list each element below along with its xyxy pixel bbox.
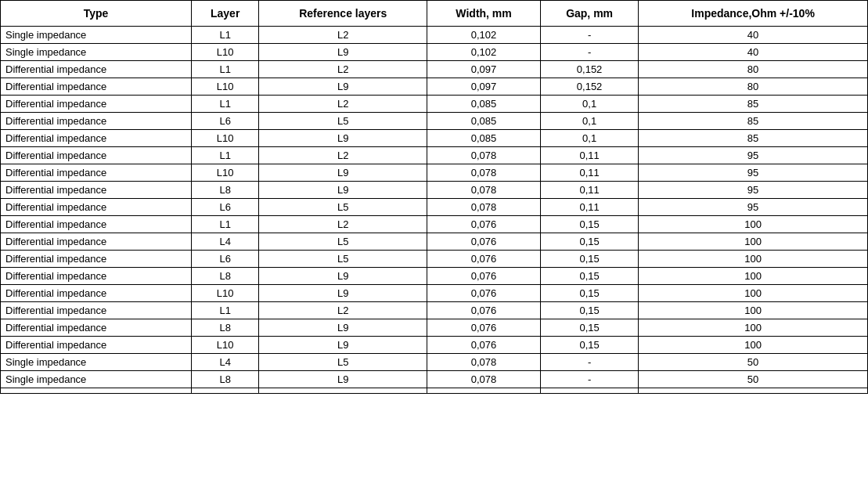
table-row: Differential impedanceL1L20,0850,185 xyxy=(1,96,868,113)
table-cell: L2 xyxy=(259,27,427,44)
table-cell: L5 xyxy=(259,233,427,251)
table-cell: L9 xyxy=(259,44,427,61)
table-cell: 85 xyxy=(639,113,868,130)
table-cell: L2 xyxy=(259,216,427,233)
table-cell: 100 xyxy=(639,233,868,251)
table-cell: L8 xyxy=(191,371,258,388)
table-cell: L9 xyxy=(259,78,427,96)
table-cell: 0,078 xyxy=(427,164,541,182)
table-cell: L5 xyxy=(259,354,427,371)
table-cell: 0,15 xyxy=(541,319,639,337)
table-cell: 0,15 xyxy=(541,251,639,268)
table-cell: L2 xyxy=(259,61,427,78)
table-cell: Differential impedance xyxy=(1,285,192,302)
col-header-type: Type xyxy=(1,1,192,27)
table-row: Differential impedanceL1L20,0760,15100 xyxy=(1,302,868,319)
table-cell: L10 xyxy=(191,44,258,61)
table-row: Single impedanceL8L90,078-50 xyxy=(1,371,868,388)
table-cell: 85 xyxy=(639,96,868,113)
table-cell xyxy=(191,388,258,394)
table-cell: 0,15 xyxy=(541,337,639,354)
table-cell: 100 xyxy=(639,337,868,354)
table-cell: 0,152 xyxy=(541,78,639,96)
table-row: Differential impedanceL8L90,0760,15100 xyxy=(1,319,868,337)
table-row: Differential impedanceL10L90,0780,1195 xyxy=(1,164,868,182)
table-row: Single impedanceL10L90,102-40 xyxy=(1,44,868,61)
table-cell: L8 xyxy=(191,268,258,285)
table-cell: 100 xyxy=(639,319,868,337)
table-cell: 0,076 xyxy=(427,285,541,302)
table-cell: Differential impedance xyxy=(1,130,192,147)
table-cell: Differential impedance xyxy=(1,182,192,199)
table-row: Differential impedanceL4L50,0760,15100 xyxy=(1,233,868,251)
table-cell: L10 xyxy=(191,78,258,96)
col-header-width: Width, mm xyxy=(427,1,541,27)
table-row: Differential impedanceL10L90,0850,185 xyxy=(1,130,868,147)
table-cell: 95 xyxy=(639,164,868,182)
table-cell: L9 xyxy=(259,337,427,354)
table-cell: 80 xyxy=(639,78,868,96)
table-body: Single impedanceL1L20,102-40Single imped… xyxy=(1,27,868,394)
table-cell: 0,097 xyxy=(427,61,541,78)
table-cell: 0,15 xyxy=(541,268,639,285)
table-row: Differential impedanceL6L50,0850,185 xyxy=(1,113,868,130)
table-cell: 0,1 xyxy=(541,113,639,130)
table-cell: L2 xyxy=(259,147,427,164)
table-cell: 100 xyxy=(639,216,868,233)
table-cell: L9 xyxy=(259,285,427,302)
table-cell: L1 xyxy=(191,96,258,113)
table-cell: 0,078 xyxy=(427,199,541,216)
table-row: Differential impedanceL10L90,0970,15280 xyxy=(1,78,868,96)
table-cell: - xyxy=(541,44,639,61)
table-cell: 95 xyxy=(639,147,868,164)
table-cell: 0,15 xyxy=(541,302,639,319)
table-cell: 0,078 xyxy=(427,354,541,371)
table-cell: 80 xyxy=(639,61,868,78)
impedance-table: Type Layer Reference layers Width, mm Ga… xyxy=(0,0,868,394)
table-cell: L4 xyxy=(191,233,258,251)
table-row: Differential impedanceL1L20,0970,15280 xyxy=(1,61,868,78)
table-cell: 0,085 xyxy=(427,130,541,147)
table-cell xyxy=(541,388,639,394)
table-cell: Single impedance xyxy=(1,371,192,388)
table-cell: Differential impedance xyxy=(1,233,192,251)
table-cell: 0,15 xyxy=(541,285,639,302)
table-cell: 0,076 xyxy=(427,216,541,233)
col-header-impedance: Impedance,Ohm +/-10% xyxy=(639,1,868,27)
table-cell: 0,152 xyxy=(541,61,639,78)
col-header-gap: Gap, mm xyxy=(541,1,639,27)
table-cell: Differential impedance xyxy=(1,319,192,337)
table-cell xyxy=(427,388,541,394)
table-cell xyxy=(259,388,427,394)
table-row: Differential impedanceL6L50,0780,1195 xyxy=(1,199,868,216)
table-row: Differential impedanceL6L50,0760,15100 xyxy=(1,251,868,268)
table-cell: L10 xyxy=(191,130,258,147)
table-cell: 40 xyxy=(639,44,868,61)
table-cell: 0,085 xyxy=(427,113,541,130)
table-cell: 0,1 xyxy=(541,96,639,113)
table-cell: 100 xyxy=(639,285,868,302)
table-cell: L10 xyxy=(191,285,258,302)
table-cell: Differential impedance xyxy=(1,61,192,78)
col-header-layer: Layer xyxy=(191,1,258,27)
table-cell xyxy=(639,388,868,394)
table-cell: L6 xyxy=(191,199,258,216)
table-cell: Differential impedance xyxy=(1,216,192,233)
table-row: Differential impedanceL10L90,0760,15100 xyxy=(1,285,868,302)
table-cell: Single impedance xyxy=(1,27,192,44)
table-cell: 95 xyxy=(639,182,868,199)
table-cell: 0,078 xyxy=(427,371,541,388)
main-container: Type Layer Reference layers Width, mm Ga… xyxy=(0,0,868,494)
table-cell: 50 xyxy=(639,354,868,371)
table-cell: 0,076 xyxy=(427,251,541,268)
table-cell: 100 xyxy=(639,268,868,285)
table-row: Single impedanceL4L50,078-50 xyxy=(1,354,868,371)
table-cell: 0,076 xyxy=(427,233,541,251)
table-cell: L5 xyxy=(259,251,427,268)
table-cell: L1 xyxy=(191,147,258,164)
table-cell: 0,076 xyxy=(427,268,541,285)
table-cell: Differential impedance xyxy=(1,96,192,113)
table-cell: Differential impedance xyxy=(1,147,192,164)
table-cell: L5 xyxy=(259,199,427,216)
table-cell: 0,11 xyxy=(541,199,639,216)
